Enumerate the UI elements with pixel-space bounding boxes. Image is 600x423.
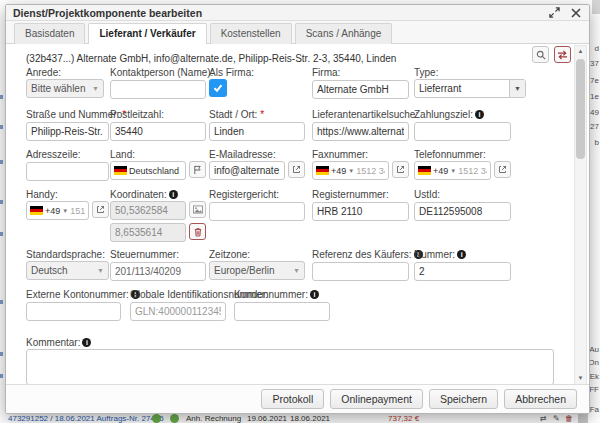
- field-firma: Firma:: [312, 67, 409, 99]
- artikelsuche-input[interactable]: [312, 122, 409, 141]
- speichern-button[interactable]: Speichern: [429, 389, 498, 409]
- dialog-title: Dienst/Projektkomponente bearbeiten: [13, 7, 540, 19]
- order-link[interactable]: 473291252 / 18.06.2021 Auftrags-Nr. 2742…: [8, 414, 164, 423]
- field-ustid: UstId:: [414, 189, 511, 221]
- chevron-down-icon: ▼: [450, 168, 456, 174]
- field-type: Type: Lieferrant ▼: [414, 67, 526, 98]
- external-link-icon: [96, 205, 105, 214]
- email-open-button[interactable]: [288, 161, 305, 178]
- anrede-select[interactable]: Bitte wählen ▼: [26, 79, 104, 98]
- zahlungsziel-input[interactable]: [414, 122, 511, 141]
- anrede-label: Anrede:: [26, 67, 61, 78]
- field-gln: Globale Identifikationsnummer:: [130, 289, 226, 321]
- field-kundennummer: Kundennummer:: [234, 289, 330, 321]
- swap-mini-icon[interactable]: ⇄: [540, 414, 547, 423]
- fax-open-button[interactable]: [392, 161, 409, 178]
- supplier-swap-button[interactable]: [554, 46, 571, 63]
- registergericht-input[interactable]: [209, 202, 305, 221]
- field-stadt: Stadt / Ort: *: [209, 109, 305, 141]
- latitude-input: [110, 201, 186, 220]
- chevron-down-icon: ▼: [293, 267, 300, 274]
- field-anrede: Anrede: Bitte wählen ▼: [26, 67, 104, 98]
- scroll-up-icon[interactable]: ▲: [575, 46, 586, 57]
- field-strasse: Straße und Nummer: *: [26, 109, 109, 141]
- zeitzone-select[interactable]: Europe/Berlin ▼: [209, 261, 305, 280]
- strasse-input[interactable]: [26, 122, 109, 141]
- maximize-button[interactable]: [548, 6, 561, 19]
- bg-left-fragment: [0, 160, 3, 164]
- kommentar-textarea[interactable]: [26, 349, 554, 385]
- bg-square-fragment: [578, 414, 588, 423]
- info-icon: [82, 338, 91, 347]
- land-value: Deutschland: [129, 166, 179, 176]
- strasse-label: Straße und Nummer:: [26, 109, 119, 120]
- edit-mini-icon[interactable]: ✎: [553, 414, 560, 423]
- scroll-down-icon[interactable]: ▼: [575, 373, 586, 384]
- gln-input[interactable]: [130, 302, 226, 321]
- firma-input[interactable]: [312, 80, 409, 99]
- trash-mini-icon[interactable]: 🗑: [565, 414, 573, 423]
- zeitzone-label: Zeitzone:: [209, 249, 250, 260]
- kommentar-label: Kommentar:: [26, 337, 80, 348]
- land-input[interactable]: Deutschland: [110, 161, 186, 180]
- email-input[interactable]: [209, 161, 285, 180]
- referenz-input[interactable]: [312, 262, 409, 281]
- field-referenz: Referenz des Käufers:: [312, 249, 409, 281]
- field-standardsprache: Standardsprache: Deutsch ▼: [26, 249, 109, 280]
- protokoll-button[interactable]: Protokoll: [261, 389, 324, 409]
- bg-fragment: Fa: [590, 405, 599, 414]
- tab-scans-anhaenge[interactable]: Scans / Anhänge: [295, 23, 393, 44]
- kontaktperson-input[interactable]: [110, 80, 206, 99]
- chevron-down-icon: ▼: [97, 267, 104, 274]
- supplier-search-button[interactable]: [532, 46, 549, 63]
- info-icon: [169, 190, 178, 199]
- germany-flag-icon: [418, 166, 431, 175]
- handy-input[interactable]: +49 ▼ 1512 3456: [26, 201, 89, 220]
- status-dot-icon: [152, 414, 161, 423]
- nummer-input[interactable]: [414, 262, 511, 281]
- telefon-open-button[interactable]: [494, 161, 511, 178]
- chevron-down-icon: ▼: [348, 168, 354, 174]
- external-link-icon: [396, 165, 405, 174]
- ustid-input[interactable]: [414, 202, 511, 221]
- field-kommentar: Kommentar:: [26, 337, 226, 349]
- delete-coordinates-button[interactable]: [189, 223, 206, 240]
- type-select[interactable]: Lieferrant ▼: [414, 79, 526, 98]
- field-fax: Faxnummer: +49 ▼ 1512 3456: [312, 149, 409, 180]
- bg-fragment: Ek: [590, 372, 599, 381]
- externe-kontonummer-input[interactable]: [26, 302, 121, 321]
- check-icon: [212, 82, 224, 94]
- close-button[interactable]: [569, 6, 582, 19]
- dialog-scrollbar[interactable]: ▲ ▼: [574, 45, 587, 385]
- bg-fragment: FF: [589, 385, 599, 394]
- chevron-down-icon: ▼: [92, 85, 99, 92]
- stadt-input[interactable]: [209, 122, 305, 141]
- handy-open-button[interactable]: [92, 201, 109, 218]
- abbrechen-button[interactable]: Abbrechen: [504, 389, 577, 409]
- tab-kostenstellen[interactable]: Kostenstellen: [210, 23, 292, 44]
- scrollbar-thumb[interactable]: [576, 59, 585, 159]
- fax-input[interactable]: +49 ▼ 1512 3456: [312, 161, 389, 180]
- postleitzahl-input[interactable]: [110, 122, 206, 141]
- field-handy: Handy: +49 ▼ 1512 3456: [26, 189, 109, 220]
- onlinepayment-button[interactable]: Onlinepayment: [330, 389, 423, 409]
- map-button[interactable]: [189, 201, 206, 218]
- adresszeile-input[interactable]: [26, 162, 109, 181]
- externe-kontonummer-label: Externe Kontonummer:: [26, 289, 129, 300]
- standardsprache-select[interactable]: Deutsch ▼: [26, 261, 109, 280]
- image-icon: [193, 205, 203, 214]
- tab-basisdaten[interactable]: Basisdaten: [14, 23, 85, 44]
- tab-lieferant-verkaeufer[interactable]: Lieferant / Verkäufer: [88, 23, 206, 44]
- als-firma-checkbox[interactable]: [209, 79, 227, 97]
- registernummer-input[interactable]: [312, 202, 409, 221]
- dialog-footer: Protokoll Onlinepayment Speichern Abbrec…: [6, 384, 589, 413]
- kundennummer-input[interactable]: [234, 302, 330, 321]
- close-icon: [571, 8, 581, 18]
- bg-fragment: b: [595, 138, 599, 147]
- telefon-input[interactable]: +49 ▼ 1512 3456: [414, 161, 491, 180]
- telefon-prefix: +49: [433, 166, 448, 176]
- steuernummer-input[interactable]: [110, 262, 206, 281]
- land-flag-button[interactable]: [189, 161, 206, 178]
- status-dot-icon: [170, 414, 179, 423]
- postleitzahl-label: Postleitzahl:: [110, 109, 164, 120]
